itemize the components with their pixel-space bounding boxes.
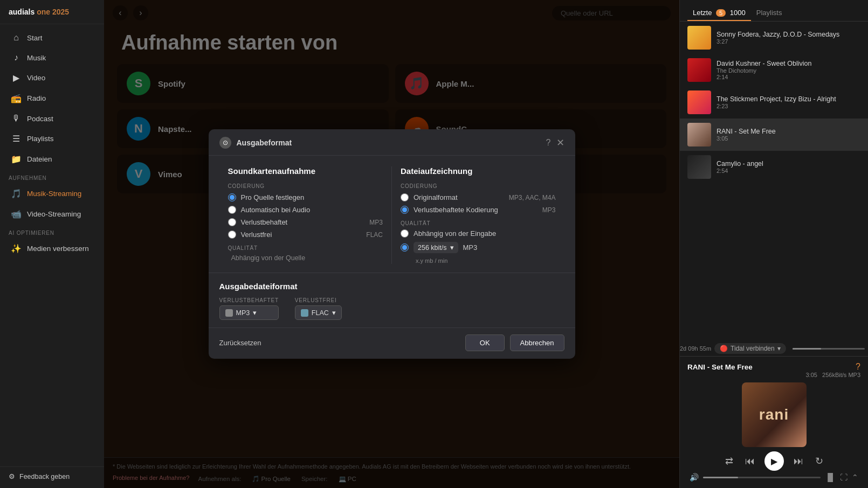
verlustbehaftet-kodierung-format: MP3 [542,206,556,214]
sidebar-item-video[interactable]: ▶ Video [2,68,102,88]
codierung-label-left: CODIERUNG [228,183,383,189]
sidebar-item-start[interactable]: ⌂ Start [2,28,102,47]
verlustfrei-output-label: VERLUSTFREI [295,297,342,303]
feedback-label: Feedback geben [19,473,70,480]
expand-icon[interactable]: ⌃ [852,473,858,482]
tab-playlists[interactable]: Playlists [751,5,788,21]
lossless-chevron-icon: ▾ [332,309,336,317]
sidebar-item-video-streaming[interactable]: 📹 Video-Streaming [2,204,102,224]
dialog-body: Soundkartenaufnahme CODIERUNG Pro Quelle… [209,156,575,273]
track-title-5: Camylio - angel [717,160,860,168]
logo-one: one [35,8,50,16]
player-section: RANI - Set Me Free ? 3:05 256kBit/s MP3 … [680,356,868,488]
next-button[interactable]: ⏭ [791,454,805,469]
track-duration-4: 3:05 [717,135,860,142]
sidebar-bottom: ⚙ Feedback geben [0,466,104,488]
shuffle-button[interactable]: ⇄ [723,453,735,469]
volume-track[interactable] [703,477,821,478]
tidal-chevron-icon: ▾ [777,345,781,352]
radio-verlustbehaftet-kodierung[interactable]: Verlustbehaftete Kodierung MP3 [401,206,556,214]
dialog-close-button[interactable]: ✕ [556,137,564,149]
tab-letzte[interactable]: Letzte 5 1000 [687,5,751,21]
track-item[interactable]: Camylio - angel 2:54 [680,151,868,183]
track-item[interactable]: Sonny Fodera, Jazzy, D.O.D - Somedays 3:… [680,22,868,54]
ai-icon: ✨ [11,243,22,254]
progress-bar[interactable] [793,348,865,350]
progress-fill [793,348,822,350]
footer-right: OK Abbrechen [465,334,564,351]
play-button[interactable]: ▶ [764,451,784,471]
player-help-icon[interactable]: ? [856,362,860,372]
pro-quelle-label: Pro Quelle festlegen [241,193,305,201]
equalizer-icon[interactable]: ▐▌ [825,473,836,482]
dialog-header: ⊙ Ausgabeformat ? ✕ [209,129,575,156]
radio-originalformat[interactable]: Originalformat MP3, AAC, M4A [401,193,556,201]
logo-year: 2025 [50,8,69,16]
verlustbehaftet-output-label: VERLUSTBEHAFTET [219,297,279,303]
fullscreen-icon[interactable]: ⛶ [840,473,848,482]
track-thumb-5 [687,155,711,179]
feedback-button[interactable]: ⚙ Feedback geben [9,472,95,480]
qualitaet-left-value: Abhängig von der Quelle [228,254,383,262]
sidebar-item-radio[interactable]: 📻 Radio [2,88,102,108]
radio-abhaengig-eingabe[interactable]: Abhängig von der Eingabe [401,229,556,238]
repeat-button[interactable]: ↻ [813,453,825,469]
track-item[interactable]: David Kushner - Sweet Oblivion The Dicho… [680,54,868,86]
track-thumb-4 [687,123,711,147]
radio-icon: 📻 [11,93,22,103]
musik-streaming-icon: 🎵 [11,189,22,199]
verlustfrei-format: FLAC [366,231,383,239]
cancel-button[interactable]: Abbrechen [510,334,564,351]
datei-title: Dateiaufzeichnung [401,166,556,176]
sidebar-label-video-streaming: Video-Streaming [27,210,81,218]
tab-badge: 5 [716,9,726,17]
originalformat-label: Originalformat [414,193,458,201]
radio-verlustbehaftet[interactable]: Verlustbehaftet MP3 [228,218,383,226]
track-thumb-2 [687,58,711,82]
bitrate-value: 256 kbit/s [418,244,447,252]
dialog-help-button[interactable]: ? [546,138,551,148]
lossy-format-value: MP3 [236,309,250,317]
player-meta: 3:05 256kBit/s MP3 [687,372,860,378]
sidebar-item-musik-streaming[interactable]: 🎵 Musik-Streaming [2,184,102,204]
track-duration-3: 2:23 [717,103,860,109]
radio-auto-audio[interactable]: Automatisch bei Audio [228,206,383,214]
dialog-title: Ausgabeformat [237,138,541,147]
sidebar-item-dateien[interactable]: 📁 Dateien [2,149,102,169]
track-item[interactable]: The Stickmen Project, Izzy Bizu - Alrigh… [680,86,868,118]
app-logo: audials one 2025 [0,0,104,24]
track-info-2: David Kushner - Sweet Oblivion The Dicho… [717,60,860,80]
video-icon: ▶ [11,73,22,83]
bitrate-select[interactable]: 256 kbit/s ▾ [414,242,458,253]
sidebar-item-podcast[interactable]: 🎙 Podcast [2,109,102,128]
sidebar-label-podcast: Podcast [27,115,53,123]
qualitaet-label-left: QUALITÄT [228,245,383,251]
player-duration: 3:05 [805,372,817,378]
bitrate-size: x.y mb / min [401,257,556,264]
track-info-4: RANI - Set Me Free 3:05 [717,128,860,142]
lossy-format-select[interactable]: MP3 ▾ [219,305,279,320]
radio-pro-quelle[interactable]: Pro Quelle festlegen [228,193,383,201]
radio-bitrate-row[interactable]: 256 kbit/s ▾ MP3 [401,242,556,253]
volume-fill [703,477,738,478]
verlustbehaftet-kodierung-label: Verlustbehaftete Kodierung [414,206,498,214]
track-item-active[interactable]: RANI - Set Me Free 3:05 [680,118,868,151]
lossless-format-select[interactable]: FLAC ▾ [295,305,342,320]
sidebar-label-musik: Musik [27,54,46,62]
section-ai: AI OPTIMIEREN [0,225,104,238]
track-info-3: The Stickmen Project, Izzy Bizu - Alrigh… [717,95,860,109]
soundkarte-title: Soundkartenaufnahme [228,166,383,176]
dialog-header-icon: ⊙ [219,137,231,149]
podcast-icon: 🎙 [11,114,22,123]
output-row: VERLUSTBEHAFTET MP3 ▾ VERLUSTFREI FLAC ▾ [219,297,564,320]
sidebar-item-musik[interactable]: ♪ Musik [2,48,102,67]
tidal-connect-button[interactable]: 🔴 Tidal verbinden ▾ [714,343,786,354]
ok-button[interactable]: OK [465,334,505,351]
tidal-bar: 2d 09h 55m 🔴 Tidal verbinden ▾ [680,341,868,356]
reset-button[interactable]: Zurücksetzen [219,339,261,347]
sidebar-label-musik-streaming: Musik-Streaming [27,190,81,198]
sidebar-item-medien-verbessern[interactable]: ✨ Medien verbessern [2,239,102,259]
sidebar-item-playlists[interactable]: ☰ Playlists [2,129,102,149]
radio-verlustfrei[interactable]: Verlustfrei FLAC [228,231,383,239]
prev-button[interactable]: ⏮ [743,454,757,469]
